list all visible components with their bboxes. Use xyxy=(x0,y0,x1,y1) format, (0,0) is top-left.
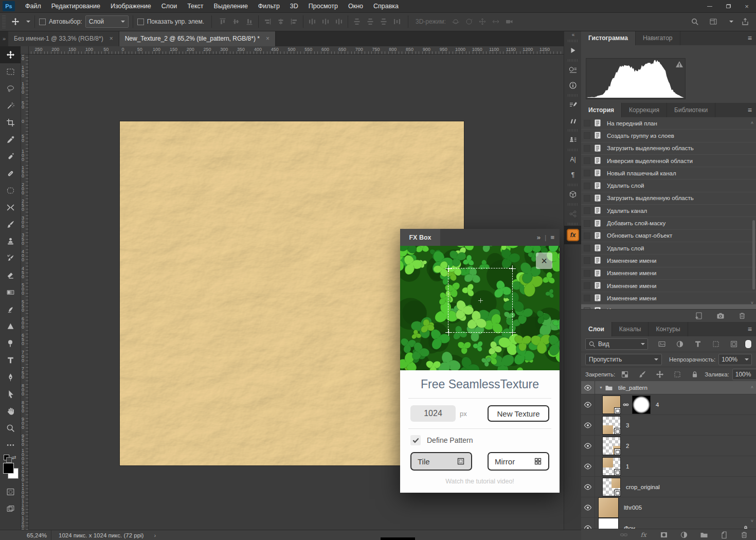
marquee-tool[interactable] xyxy=(0,63,21,80)
fx-box-titlebar[interactable]: FX Box » | ≡ xyxy=(400,229,560,246)
menu-item-3[interactable]: Слои xyxy=(156,0,182,12)
foreground-color-swatch[interactable] xyxy=(3,463,14,474)
align-vcenter-button[interactable] xyxy=(229,15,243,28)
new-layer-button[interactable] xyxy=(717,528,731,540)
roll-3d-button[interactable] xyxy=(462,15,476,28)
history-brush-well[interactable] xyxy=(584,120,590,127)
slide-3d-button[interactable] xyxy=(489,15,502,28)
distribute-hcenter-button[interactable] xyxy=(364,15,377,28)
history-step-11[interactable]: Изменение имени xyxy=(581,255,756,267)
new-document-from-state-button[interactable] xyxy=(692,309,706,322)
fill-field[interactable]: 100% xyxy=(732,369,756,380)
clone-source-panel[interactable] xyxy=(564,132,582,148)
lock-artboard-button[interactable] xyxy=(671,368,684,381)
3d-panel[interactable] xyxy=(564,187,582,202)
panel-tab-слои[interactable]: Слои xyxy=(581,322,612,336)
document-tab-1[interactable]: New_Texture_2 @ 65,2% (tile_pattern, RGB… xyxy=(119,31,276,46)
menu-item-9[interactable]: Окно xyxy=(343,0,368,12)
menu-item-5[interactable]: Выделение xyxy=(209,0,253,12)
layer-name[interactable]: crop_original xyxy=(626,484,660,490)
layer-thumbnail[interactable] xyxy=(602,478,621,496)
history-brush-well[interactable] xyxy=(584,270,590,277)
align-hcenter-button[interactable] xyxy=(274,15,287,28)
layer-name[interactable]: 2 xyxy=(626,443,629,449)
layer-name[interactable]: tile_pattern xyxy=(618,385,647,391)
history-step-8[interactable]: Добавить слой-маску xyxy=(581,217,756,229)
layer-name[interactable]: 4 xyxy=(656,402,659,408)
selection-marquee[interactable] xyxy=(448,268,513,333)
status-options-icon[interactable]: › xyxy=(154,532,156,538)
share-export-button[interactable] xyxy=(739,15,752,28)
history-brush-tool[interactable] xyxy=(0,250,21,267)
actions-panel[interactable] xyxy=(564,43,582,58)
layer-row-crop_original[interactable]: crop_original xyxy=(581,477,756,497)
type-tool[interactable] xyxy=(0,352,21,369)
zoom-level-field[interactable]: 65,24% xyxy=(23,530,51,540)
link-layers-button[interactable] xyxy=(617,528,631,540)
add-layer-mask-button[interactable] xyxy=(657,528,671,540)
history-brush-well[interactable] xyxy=(584,282,590,289)
clone-stamp-tool[interactable] xyxy=(0,233,21,250)
scroll-up-icon[interactable]: ˄ xyxy=(751,385,753,390)
layer-thumbnail[interactable] xyxy=(598,497,619,518)
edit-toolbar[interactable] xyxy=(0,437,21,454)
eraser-tool[interactable] xyxy=(0,267,21,284)
distribute-top-button[interactable] xyxy=(305,15,319,28)
filter-toggle[interactable] xyxy=(745,339,752,349)
chevron-down-icon[interactable]: ▼ xyxy=(599,386,603,389)
panel-menu-icon[interactable]: ≡ xyxy=(550,233,554,241)
history-step-6[interactable]: Загрузить выделенную область xyxy=(581,192,756,205)
history-step-10[interactable]: Удалить слой xyxy=(581,242,756,255)
history-step-12[interactable]: Изменение имени xyxy=(581,267,756,280)
pan-3d-button[interactable] xyxy=(476,15,489,28)
menu-item-7[interactable]: 3D xyxy=(285,0,303,12)
history-brush-well[interactable] xyxy=(584,170,590,176)
distribute-spacing-button[interactable] xyxy=(390,15,404,28)
panel-tab-история[interactable]: История xyxy=(581,103,622,117)
history-step-9[interactable]: Обновить смарт-объект xyxy=(581,230,756,242)
scroll-up-icon[interactable]: ˄ xyxy=(751,120,753,125)
eyedropper-tool[interactable] xyxy=(0,131,21,148)
align-top-button[interactable] xyxy=(216,15,229,28)
ruler-corner[interactable] xyxy=(21,46,29,55)
history-step-15[interactable]: Изменение имени xyxy=(581,304,756,309)
character-panel[interactable]: A| xyxy=(564,152,582,167)
patch-tool[interactable] xyxy=(0,182,21,199)
warning-icon[interactable] xyxy=(675,60,683,68)
horizontal-ruler[interactable]: 2502001501005005010015020025030035040045… xyxy=(21,46,564,55)
smudge-tool[interactable] xyxy=(0,301,21,318)
lasso-tool[interactable] xyxy=(0,80,21,97)
history-step-3[interactable]: Инверсия выделенной области xyxy=(581,155,756,167)
menu-item-0[interactable]: Файл xyxy=(20,0,46,12)
hand-tool[interactable] xyxy=(0,403,21,420)
preview-close-button[interactable]: × xyxy=(536,253,552,269)
camera-3d-button[interactable] xyxy=(502,15,516,28)
blend-mode-select[interactable]: Пропустить xyxy=(585,354,662,365)
healing-brush-tool[interactable] xyxy=(0,165,21,182)
size-input[interactable]: 1024 xyxy=(410,405,456,422)
history-step-4[interactable]: Новый плашечный канал xyxy=(581,167,756,179)
zoom-tool[interactable] xyxy=(0,420,21,437)
layer-thumbnail[interactable] xyxy=(602,395,621,414)
visibility-toggle[interactable] xyxy=(581,497,595,517)
lock-position-button[interactable] xyxy=(653,368,667,381)
layer-row-lthr005[interactable]: lthr005 xyxy=(581,497,756,518)
menu-item-10[interactable]: Справка xyxy=(368,0,404,12)
brush-settings-panel[interactable] xyxy=(564,97,582,113)
autoselect-checkbox[interactable] xyxy=(39,19,46,25)
swap-colors-icon[interactable]: ⇄ xyxy=(12,455,16,460)
orbit-3d-button[interactable] xyxy=(449,15,462,28)
brush-tool[interactable] xyxy=(0,216,21,233)
history-scrollbar[interactable] xyxy=(752,220,755,290)
path-select-tool[interactable] xyxy=(0,386,21,403)
share-panel[interactable] xyxy=(564,206,582,222)
mirror-button[interactable]: Mirror xyxy=(488,452,549,471)
autoselect-target-select[interactable]: Слой xyxy=(85,15,129,28)
layer-row-Фон[interactable]: Фон xyxy=(581,518,756,529)
align-left-button[interactable] xyxy=(261,15,274,28)
quick-selection-tool[interactable] xyxy=(0,97,21,114)
minimize-button[interactable] xyxy=(700,0,719,12)
clover-preview-image[interactable]: × xyxy=(400,246,560,370)
history-brush-well[interactable] xyxy=(584,195,590,202)
layer-row-4[interactable]: 4 xyxy=(581,394,756,415)
